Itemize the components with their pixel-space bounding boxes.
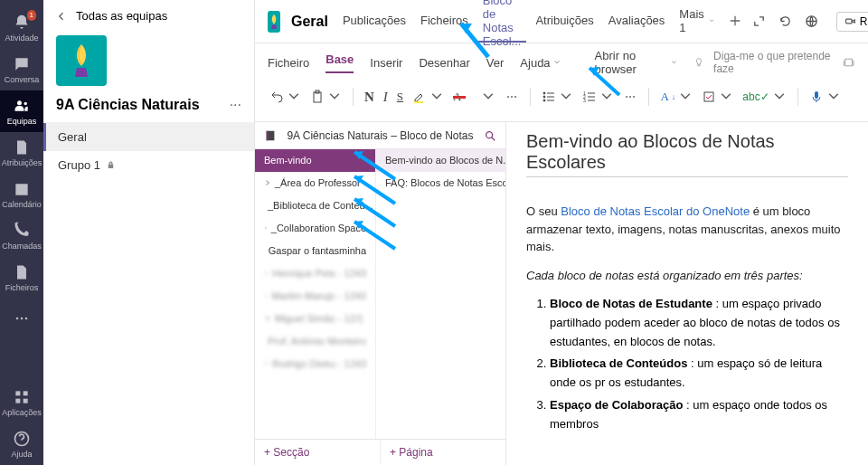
tab-posts[interactable]: Publicações [337,1,411,43]
back-to-teams[interactable]: Todas as equipas [43,0,254,26]
spellcheck-button[interactable]: abc✓ [741,88,788,106]
dictate-button[interactable] [807,88,843,106]
page-intro: O seu Bloco de Notas Escolar do OneNote … [526,203,848,256]
chevron-right-icon [264,360,269,367]
onenote-link[interactable]: Bloco de Notas Escolar do OneNote [561,204,750,218]
rail-files[interactable]: Ficheiros [0,257,43,299]
underline-button[interactable]: S [395,88,405,106]
chevron-right-icon [264,270,269,277]
font-color-button[interactable]: A [451,81,497,112]
section-collab[interactable]: _Collaboration Space [255,217,375,240]
rail-help[interactable]: Ajuda [0,423,43,465]
tab-files[interactable]: Ficheiros [415,1,474,43]
onenote-page[interactable]: Bem-vindo ao Blocos de Notas Escolares O… [506,122,868,465]
channel-geral[interactable]: Geral [43,123,254,151]
chat-icon [13,55,31,73]
tab-notebook[interactable]: Bloco de Notas Escol... [477,1,527,43]
rail-chat[interactable]: Conversa [0,49,43,90]
help-icon [13,430,31,448]
svg-rect-6 [24,391,28,395]
rail-calls[interactable]: Chamadas [0,215,43,257]
section-blurred[interactable]: Miguel Simão - 12/1 [255,308,375,330]
rail-assignments[interactable]: Atribuições [0,132,43,174]
open-in-browser[interactable]: Abrir no browser [595,49,678,76]
tab-assignments[interactable]: Atribuições [530,1,599,43]
menu-file[interactable]: Ficheiro [268,56,309,70]
expand-icon[interactable] [752,14,766,28]
numbering-button[interactable]: 123 [580,88,616,106]
menu-draw[interactable]: Desenhar [419,56,469,70]
team-name: 9A Ciências Naturais [56,97,230,113]
page-subhead: Cada bloco de notas está organizado em t… [526,269,803,282]
section-blurred[interactable]: Rodrigo Dieku - 1243 [255,353,375,375]
svg-text:3: 3 [583,98,586,103]
teams-icon [13,97,31,115]
section-library[interactable]: _Biblioteca de Conteú... [255,195,375,217]
svg-rect-12 [314,92,321,102]
team-more-button[interactable]: ··· [230,97,241,113]
section-list: Bem-vindo _Área do Professor _Biblioteca… [255,149,376,439]
onenote-ribbon: N I S A 123 A↓ abc✓ [255,80,868,122]
rail-teams[interactable]: Equipas [0,90,43,132]
para-more-button[interactable] [621,88,639,106]
tab-more[interactable]: Mais 1 [674,1,719,43]
meet-button[interactable]: Reunir [836,12,868,32]
font-more-button[interactable] [503,88,521,106]
calendar-icon [13,180,31,198]
highlight-button[interactable] [410,88,446,106]
section-teacher[interactable]: _Área do Professor [255,172,375,195]
tags-button[interactable] [700,88,735,106]
undo-button[interactable] [268,88,303,106]
channel-avatar [268,11,280,33]
assign-icon [13,138,31,157]
section-student1[interactable]: Gaspar o fantasminha [255,240,375,262]
section-blurred[interactable]: Martim Marujo - 1243 [255,285,375,308]
bold-button[interactable]: N [363,88,376,107]
team-panel: Todas as equipas 9A Ciências Naturais ··… [43,0,255,465]
menu-home[interactable]: Base [326,52,354,73]
svg-rect-31 [267,130,269,140]
section-blurred[interactable]: Prof. António Monteiro [255,330,375,353]
svg-point-1 [24,102,27,105]
svg-rect-15 [453,96,466,99]
section-welcome[interactable]: Bem-vindo [255,149,375,172]
team-avatar[interactable] [56,35,107,86]
tell-me-input[interactable]: Diga-me o que pretende faze [713,50,833,75]
video-icon [844,15,856,27]
add-section-button[interactable]: + Secção [255,440,381,465]
dots-icon [13,309,31,327]
rail-apps[interactable]: Aplicações [0,382,43,423]
page-list: Bem-vindo ao Blocos de N... FAQ: Blocos … [376,149,505,439]
page-faq[interactable]: FAQ: Blocos de Notas Esco... [376,172,505,195]
immersive-reader-icon[interactable] [842,54,855,71]
search-icon[interactable] [484,129,496,142]
page-welcome[interactable]: Bem-vindo ao Blocos de N... [376,149,505,172]
globe-icon[interactable] [805,14,818,28]
menu-help[interactable]: Ajuda [520,56,560,70]
notebook-icon[interactable] [264,129,277,142]
add-page-button[interactable]: + Página [381,440,505,465]
paste-button[interactable] [308,88,344,106]
rail-more[interactable] [0,299,43,340]
styles-button[interactable]: A↓ [658,88,694,106]
svg-point-26 [629,96,631,98]
lock-icon [106,160,116,170]
chevron-right-icon [264,179,271,186]
chevron-left-icon [56,11,67,22]
rail-calendar[interactable]: Calendário [0,174,43,215]
rail-activity[interactable]: 1 Atividade [0,7,43,49]
bullets-button[interactable] [540,88,575,106]
plus-icon [729,14,741,27]
tab-add[interactable] [723,1,747,43]
channel-grupo1[interactable]: Grupo 1 [43,151,254,179]
section-blurred[interactable]: Henrique Pets - 1243 [255,262,375,285]
svg-point-4 [25,318,28,320]
refresh-icon[interactable] [778,14,792,28]
svg-rect-28 [704,92,713,101]
notebook-title[interactable]: 9A Ciências Naturais – Bloco de Notas [284,129,476,142]
onenote-menubar: Ficheiro Base Inserir Desenhar Ver Ajuda… [255,43,868,80]
menu-view[interactable]: Ver [486,56,505,70]
italic-button[interactable]: I [382,88,390,107]
tab-grades[interactable]: Avaliações [603,1,671,43]
menu-insert[interactable]: Inserir [370,56,402,70]
